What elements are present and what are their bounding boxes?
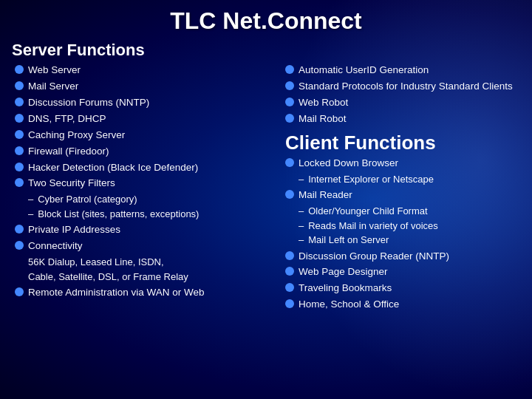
list-item: Web Server [15,63,273,78]
list-item: DNS, FTP, DHCP [15,112,273,127]
list-item: Firewall (Firedoor) [15,144,273,160]
list-item: Remote Administration via WAN or Web [15,285,273,301]
client-list: Locked Down Browser [285,156,520,171]
list-item: Locked Down Browser [285,156,520,171]
list-item: Traveling Bookmarks [285,281,520,296]
list-item: Connectivity [15,239,273,254]
list-item: Mail Left on Server [299,233,520,248]
list-item: Internet Explorer or Netscape [299,172,520,187]
server-left-list-cont: Private IP Addresses Connectivity [15,222,273,254]
connectivity-detail: 56K Dialup, Leased Line, ISDN, Cable, Sa… [28,255,273,284]
client-bottom-list: Discussion Group Reader (NNTP) Web Page … [285,249,520,313]
list-item: Hacker Detection (Black Ice Defender) [15,160,273,176]
server-right-list: Automatic UserID Generation Standard Pro… [285,63,520,127]
client-section-header: Client Functions [285,132,520,154]
mail-reader-sub: Older/Younger Child Format Reads Mail in… [299,204,520,248]
page-title: TLC Net.Connect [0,0,532,39]
list-item: Cyber Patrol (category) [28,192,273,207]
list-item: Discussion Group Reader (NNTP) [285,249,520,265]
list-item: Mail Reader [285,188,520,203]
two-security-sub-list: Cyber Patrol (category) Block List (site… [28,192,273,221]
list-item: Caching Proxy Server [15,128,273,143]
left-column: Web Server Mail Server Discussion Forums… [6,63,279,313]
list-item: Automatic UserID Generation [285,63,520,78]
list-item: Private IP Addresses [15,222,273,238]
right-column: Automatic UserID Generation Standard Pro… [279,63,526,313]
server-left-list-end: Remote Administration via WAN or Web [15,285,273,301]
list-item: Mail Robot [285,112,520,127]
server-left-list: Web Server Mail Server Discussion Forums… [15,63,273,191]
list-item: Mail Server [15,79,273,95]
client-list-2: Mail Reader [285,188,520,203]
list-item: Web Page Designer [285,265,520,280]
list-item: Discussion Forums (NNTP) [15,95,273,111]
list-item: Web Robot [285,95,520,111]
list-item: Block List (sites, patterns, exceptions) [28,207,273,222]
list-item: Two Security Filters [15,176,273,191]
list-item: Standard Protocols for Industry Standard… [285,79,520,95]
list-item: Reads Mail in variety of voices [299,219,520,233]
list-item: Older/Younger Child Format [299,204,520,219]
list-item: Home, School & Office [285,297,520,313]
server-section-header: Server Functions [0,39,532,63]
locked-down-browser-sub: Internet Explorer or Netscape [299,172,520,187]
